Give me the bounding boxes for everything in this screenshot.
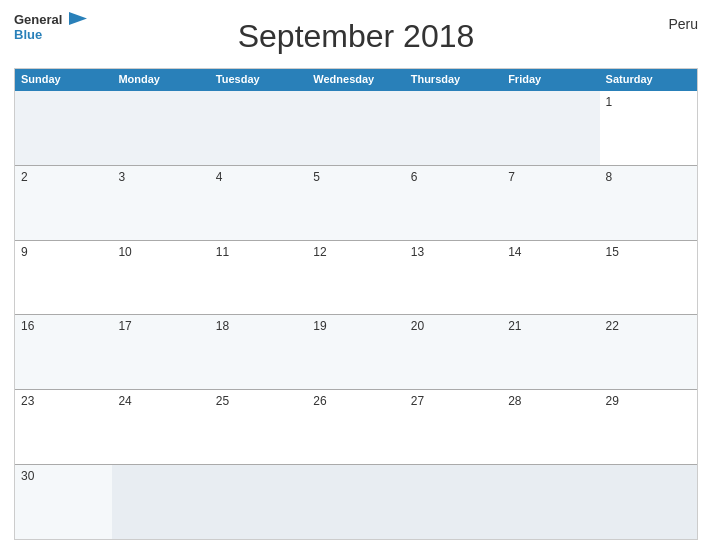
week-row-4: 16171819202122 <box>15 314 697 389</box>
day-number: 12 <box>313 245 326 259</box>
calendar-page: General Blue September 2018 Peru SundayM… <box>0 0 712 550</box>
day-cell: 28 <box>502 390 599 464</box>
day-cell: 4 <box>210 166 307 240</box>
day-cell <box>502 465 599 539</box>
calendar-title: September 2018 <box>238 18 475 55</box>
day-number: 17 <box>118 319 131 333</box>
day-cell <box>112 465 209 539</box>
day-number: 6 <box>411 170 418 184</box>
calendar-grid: SundayMondayTuesdayWednesdayThursdayFrid… <box>14 68 698 540</box>
day-header-friday: Friday <box>502 69 599 89</box>
day-cell: 1 <box>600 91 697 165</box>
day-number: 28 <box>508 394 521 408</box>
day-cell: 21 <box>502 315 599 389</box>
header: General Blue September 2018 Peru <box>14 10 698 62</box>
week-row-2: 2345678 <box>15 165 697 240</box>
week-row-1: 1 <box>15 89 697 165</box>
day-number: 22 <box>606 319 619 333</box>
day-cell: 2 <box>15 166 112 240</box>
day-number: 4 <box>216 170 223 184</box>
day-cell <box>600 465 697 539</box>
logo-blue-text: Blue <box>14 28 87 42</box>
logo: General Blue <box>14 10 87 42</box>
day-header-monday: Monday <box>112 69 209 89</box>
day-number: 23 <box>21 394 34 408</box>
day-number: 15 <box>606 245 619 259</box>
day-cell: 11 <box>210 241 307 315</box>
day-number: 16 <box>21 319 34 333</box>
day-number: 25 <box>216 394 229 408</box>
day-number: 30 <box>21 469 34 483</box>
day-number: 24 <box>118 394 131 408</box>
day-number: 19 <box>313 319 326 333</box>
day-cell <box>307 91 404 165</box>
logo-flag-icon <box>69 12 87 25</box>
day-cell: 3 <box>112 166 209 240</box>
day-cell: 17 <box>112 315 209 389</box>
day-number: 26 <box>313 394 326 408</box>
day-header-saturday: Saturday <box>600 69 697 89</box>
day-cell <box>502 91 599 165</box>
day-cell: 27 <box>405 390 502 464</box>
week-row-5: 23242526272829 <box>15 389 697 464</box>
day-cell: 14 <box>502 241 599 315</box>
day-cell: 9 <box>15 241 112 315</box>
day-number: 21 <box>508 319 521 333</box>
day-number: 10 <box>118 245 131 259</box>
day-cell <box>112 91 209 165</box>
day-number: 18 <box>216 319 229 333</box>
day-cell: 24 <box>112 390 209 464</box>
day-cell: 30 <box>15 465 112 539</box>
day-number: 7 <box>508 170 515 184</box>
day-cell <box>15 91 112 165</box>
day-number: 11 <box>216 245 229 259</box>
day-cell: 12 <box>307 241 404 315</box>
day-number: 20 <box>411 319 424 333</box>
day-number: 29 <box>606 394 619 408</box>
day-cell: 16 <box>15 315 112 389</box>
day-number: 27 <box>411 394 424 408</box>
day-header-wednesday: Wednesday <box>307 69 404 89</box>
day-number: 8 <box>606 170 613 184</box>
day-cell: 5 <box>307 166 404 240</box>
day-number: 3 <box>118 170 125 184</box>
day-cell: 26 <box>307 390 404 464</box>
day-header-tuesday: Tuesday <box>210 69 307 89</box>
day-cell: 20 <box>405 315 502 389</box>
weeks-container: 1234567891011121314151617181920212223242… <box>15 89 697 539</box>
day-number: 1 <box>606 95 613 109</box>
day-cell <box>210 91 307 165</box>
day-cell: 18 <box>210 315 307 389</box>
day-cell: 7 <box>502 166 599 240</box>
day-cell: 6 <box>405 166 502 240</box>
day-cell <box>307 465 404 539</box>
day-number: 13 <box>411 245 424 259</box>
day-cell: 19 <box>307 315 404 389</box>
day-cell: 23 <box>15 390 112 464</box>
day-cell: 10 <box>112 241 209 315</box>
day-cell: 25 <box>210 390 307 464</box>
day-cell: 15 <box>600 241 697 315</box>
week-row-6: 30 <box>15 464 697 539</box>
day-cell: 13 <box>405 241 502 315</box>
logo-general-text: General <box>14 10 87 28</box>
day-headers-row: SundayMondayTuesdayWednesdayThursdayFrid… <box>15 69 697 89</box>
svg-marker-0 <box>69 12 87 25</box>
day-number: 9 <box>21 245 28 259</box>
country-label: Peru <box>668 16 698 32</box>
day-number: 5 <box>313 170 320 184</box>
day-number: 2 <box>21 170 28 184</box>
day-number: 14 <box>508 245 521 259</box>
day-header-sunday: Sunday <box>15 69 112 89</box>
day-cell: 29 <box>600 390 697 464</box>
day-header-thursday: Thursday <box>405 69 502 89</box>
day-cell <box>210 465 307 539</box>
day-cell <box>405 465 502 539</box>
day-cell <box>405 91 502 165</box>
week-row-3: 9101112131415 <box>15 240 697 315</box>
day-cell: 22 <box>600 315 697 389</box>
day-cell: 8 <box>600 166 697 240</box>
